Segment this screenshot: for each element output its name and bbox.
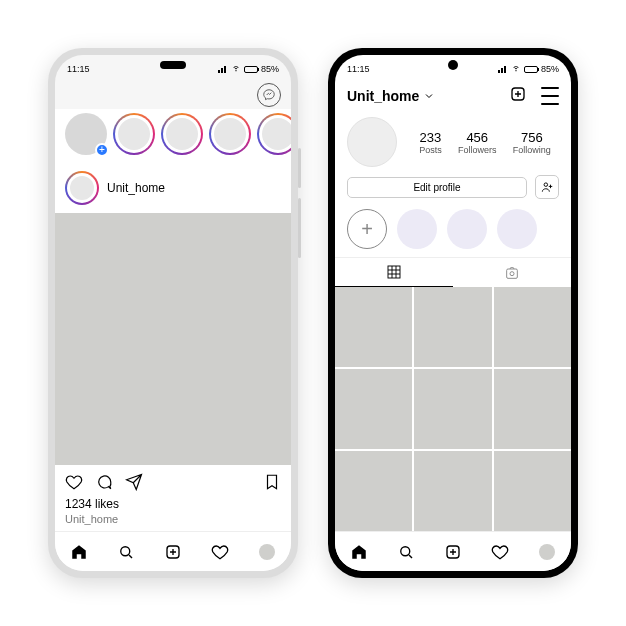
post-username[interactable]: Unit_home (107, 181, 165, 195)
post-header: Unit_home (55, 163, 291, 213)
svg-point-7 (401, 546, 410, 555)
grid-cell[interactable] (494, 369, 571, 449)
nav-activity[interactable] (490, 542, 510, 562)
story-self[interactable]: + (65, 113, 107, 155)
profile-username: Unit_home (347, 88, 419, 104)
header-profile: Unit_home (335, 79, 571, 111)
post-avatar[interactable] (65, 171, 99, 205)
profile-avatar[interactable] (347, 117, 397, 167)
edit-profile-button[interactable]: Edit profile (347, 177, 527, 198)
highlight-new[interactable]: + (347, 209, 387, 249)
phone-profile: 11:15 85% Unit_home (328, 48, 578, 578)
messenger-button[interactable] (257, 83, 281, 107)
battery-pct: 85% (261, 64, 279, 74)
signal-icon (218, 65, 228, 73)
profile-tabs (335, 257, 571, 287)
story-item[interactable] (113, 113, 155, 155)
wifi-icon (511, 64, 521, 74)
stat-posts[interactable]: 233 Posts (419, 130, 442, 155)
nav-profile[interactable] (257, 542, 277, 562)
stat-following[interactable]: 756 Following (513, 130, 551, 155)
menu-button[interactable] (541, 87, 559, 105)
likes-count[interactable]: 1234 likes (55, 497, 291, 511)
avatar-icon (539, 544, 555, 560)
grid-cell[interactable] (414, 369, 491, 449)
status-bar: 11:15 85% (335, 55, 571, 79)
story-item[interactable] (161, 113, 203, 155)
post-actions (55, 465, 291, 497)
discover-people-button[interactable] (535, 175, 559, 199)
tab-tagged[interactable] (453, 258, 571, 287)
battery-icon (244, 66, 258, 73)
comment-button[interactable] (95, 473, 113, 495)
nav-activity[interactable] (210, 542, 230, 562)
create-button[interactable] (509, 85, 527, 107)
tab-grid[interactable] (335, 258, 453, 287)
grid-cell[interactable] (335, 451, 412, 531)
phone-feed: 11:15 85% + (48, 48, 298, 578)
highlights-tray: + (335, 205, 571, 257)
save-button[interactable] (263, 473, 281, 495)
highlight-item[interactable] (447, 209, 487, 249)
nav-create[interactable] (163, 542, 183, 562)
nav-create[interactable] (443, 542, 463, 562)
avatar-icon (259, 544, 275, 560)
clock: 11:15 (347, 64, 370, 74)
story-item[interactable] (257, 113, 291, 155)
battery-pct: 85% (541, 64, 559, 74)
stories-tray: + (55, 109, 291, 163)
screen-profile: 11:15 85% Unit_home (335, 55, 571, 571)
header-feed (55, 79, 291, 109)
wifi-icon (231, 64, 241, 74)
nav-home[interactable] (69, 542, 89, 562)
grid-cell[interactable] (335, 287, 412, 367)
signal-icon (498, 65, 508, 73)
chevron-down-icon (423, 90, 435, 102)
post-caption: Unit_home (55, 511, 291, 531)
edit-row: Edit profile (335, 171, 571, 205)
grid-cell[interactable] (494, 287, 571, 367)
grid-cell[interactable] (494, 451, 571, 531)
post-image[interactable] (55, 213, 291, 465)
nav-profile[interactable] (537, 542, 557, 562)
grid-cell[interactable] (414, 451, 491, 531)
svg-rect-4 (388, 266, 400, 278)
share-button[interactable] (125, 473, 143, 495)
bottom-nav (335, 531, 571, 571)
posts-grid (335, 287, 571, 531)
username-dropdown[interactable]: Unit_home (347, 88, 435, 104)
story-item[interactable] (209, 113, 251, 155)
grid-cell[interactable] (335, 369, 412, 449)
nav-home[interactable] (349, 542, 369, 562)
like-button[interactable] (65, 473, 83, 495)
nav-search[interactable] (116, 542, 136, 562)
nav-search[interactable] (396, 542, 416, 562)
screen-feed: 11:15 85% + (55, 55, 291, 571)
add-story-icon[interactable]: + (95, 143, 109, 157)
svg-point-6 (510, 271, 514, 275)
clock: 11:15 (67, 64, 90, 74)
highlight-item[interactable] (497, 209, 537, 249)
grid-cell[interactable] (414, 287, 491, 367)
svg-point-0 (121, 546, 130, 555)
bottom-nav (55, 531, 291, 571)
profile-summary: 233 Posts 456 Followers 756 Following (335, 111, 571, 171)
highlight-item[interactable] (397, 209, 437, 249)
svg-rect-5 (507, 269, 518, 278)
svg-point-3 (544, 183, 548, 187)
battery-icon (524, 66, 538, 73)
stat-followers[interactable]: 456 Followers (458, 130, 497, 155)
status-bar: 11:15 85% (55, 55, 291, 79)
